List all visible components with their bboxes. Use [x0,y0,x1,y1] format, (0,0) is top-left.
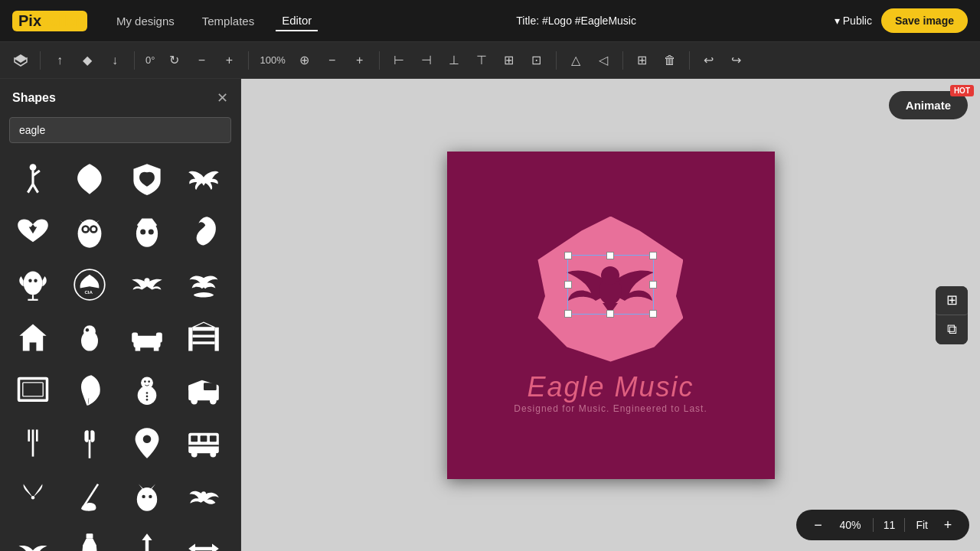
design-canvas[interactable]: Eagle Music Designed for Music. Engineer… [447,152,775,479]
divider6 [622,51,623,70]
divider3 [248,51,249,70]
toolbar: ↑ ◆ ↓ 0° ↻ − + 100% ⊕ − + ⊢ ⊣ ⊥ ⊤ ⊞ ⊡ △ … [0,42,980,79]
zoom-plus-button[interactable]: + [937,514,959,536]
animate-button[interactable]: Animate HOT [889,91,968,119]
shape-shield-eagle[interactable] [122,154,172,204]
duplicate-canvas-button[interactable]: ⧉ [936,315,968,344]
add-canvas-button[interactable]: ⊞ [936,286,968,315]
move-up-icon[interactable]: ↑ [48,49,71,72]
svg-point-67 [142,494,145,497]
shape-chick[interactable] [65,312,115,362]
nav-editor[interactable]: Editor [276,11,318,31]
delete-icon[interactable]: 🗑 [658,49,681,72]
zoom-percentage: 40% [835,519,865,531]
svg-point-13 [140,229,145,234]
shape-frame[interactable] [8,365,57,415]
public-button[interactable]: ▾ Public [835,15,872,27]
shape-eagle-spread[interactable] [179,154,229,204]
svg-point-25 [83,325,96,337]
nav-my-designs[interactable]: My designs [110,11,181,31]
shape-eagle-claw[interactable] [65,154,115,204]
svg-rect-49 [204,383,217,390]
svg-point-41 [144,380,146,383]
divider7 [689,51,690,70]
shape-feather[interactable] [65,365,115,415]
svg-marker-0 [15,54,27,62]
svg-rect-53 [89,439,91,458]
shape-person-waving[interactable] [8,154,57,204]
shape-heart-eagle[interactable] [8,207,57,256]
shape-house[interactable] [8,312,57,362]
shape-dove[interactable] [179,471,229,520]
shape-cia-eagle[interactable]: CIA [65,259,115,309]
add-icon[interactable]: ⊞ [631,49,654,72]
svg-point-11 [92,227,96,230]
search-input[interactable] [9,117,231,143]
shape-sofa[interactable] [122,312,172,362]
close-icon[interactable]: ✕ [217,90,228,106]
shape-eagle-face[interactable] [122,207,172,256]
shape-bus[interactable] [179,418,229,468]
minus-zoom[interactable]: − [321,49,344,72]
svg-point-64 [136,487,156,511]
plus-rotate[interactable]: + [217,49,240,72]
flip-h-icon[interactable]: ◁ [592,49,615,72]
align-center-h-icon[interactable]: ⊣ [415,49,438,72]
zoom-minus-button[interactable]: − [807,514,828,536]
svg-rect-33 [215,327,219,350]
shape-bottle[interactable] [65,523,115,551]
shape-tuning-fork[interactable] [65,418,115,468]
shape-bird-branch[interactable] [179,259,229,309]
shape-eagle-head-profile[interactable] [179,207,229,256]
minus-rotate[interactable]: − [190,49,213,72]
save-image-button[interactable]: Save image [881,8,968,33]
shape-wings-small[interactable] [8,523,57,551]
shape-snowman[interactable] [122,365,172,415]
svg-point-44 [145,395,148,397]
svg-point-69 [201,491,206,496]
shape-arrows-leftright[interactable] [179,523,229,551]
canvas-area: Animate HOT ⊞ ⧉ [241,79,980,551]
svg-point-10 [83,227,87,230]
shape-van[interactable] [179,365,229,415]
align-top-icon[interactable]: ⊤ [470,49,493,72]
diamond-icon[interactable]: ◆ [76,49,99,72]
align-right-icon[interactable]: ⊥ [443,49,466,72]
zoom-bar: − 40% 11 Fit + [796,510,969,540]
search-box [9,117,231,143]
main-layout: Shapes ✕ [0,79,980,551]
redo-icon[interactable]: ↪ [725,49,748,72]
shape-wishbone[interactable] [8,471,57,520]
move-down-icon[interactable]: ↓ [103,49,126,72]
svg-point-15 [23,271,42,295]
shape-arrow-updown[interactable] [122,523,172,551]
layer-icon[interactable] [9,49,32,72]
shape-fork-tool[interactable] [8,418,57,468]
shape-owl-angry[interactable] [65,207,115,256]
zoom-icon[interactable]: ⊕ [293,49,316,72]
logo[interactable]: PixTeller [12,11,87,31]
svg-text:CIA: CIA [84,289,93,295]
align-bottom-icon[interactable]: ⊡ [525,49,548,72]
shape-location-pin[interactable] [122,418,172,468]
side-tools: ⊞ ⧉ [936,286,968,344]
shape-gate[interactable] [179,312,229,362]
zoom-fit-button[interactable]: Fit [913,519,931,531]
shape-bird-wings-spread[interactable] [122,259,172,309]
svg-rect-58 [210,435,217,442]
undo-icon[interactable]: ↩ [697,49,720,72]
shape-eagle-perch[interactable] [8,259,57,309]
svg-point-2 [29,164,36,171]
flip-v-icon[interactable]: △ [564,49,587,72]
nav-templates[interactable]: Templates [196,11,260,31]
align-left-icon[interactable]: ⊢ [387,49,410,72]
shape-owl[interactable] [122,471,172,520]
rotate-icon[interactable]: ↻ [162,49,185,72]
plus-zoom[interactable]: + [348,49,371,72]
svg-point-23 [32,344,35,347]
align-middle-icon[interactable]: ⊞ [498,49,521,72]
divider5 [556,51,557,70]
eagle-music-subtitle: Designed for Music. Engineered to Last. [514,403,707,414]
svg-point-54 [142,435,151,443]
shape-broom[interactable] [65,471,115,520]
